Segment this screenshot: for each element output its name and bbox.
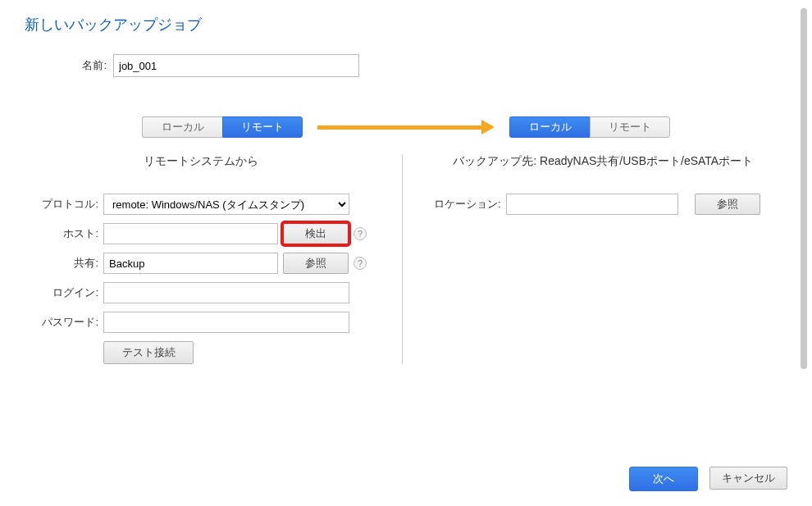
- name-row: 名前:: [74, 54, 787, 77]
- source-heading: リモートシステムから: [25, 154, 377, 169]
- host-row: ホスト: 検出 ?: [25, 223, 377, 244]
- help-icon[interactable]: ?: [354, 257, 367, 270]
- backup-job-dialog: 新しいバックアップジョブ 名前: ローカル リモート ローカル リモート リモー…: [0, 0, 812, 506]
- dest-heading: バックアップ先: ReadyNAS共有/USBポート/eSATAポート: [427, 154, 780, 169]
- protocol-row: プロトコル: remote: Windows/NAS (タイムスタンプ): [25, 194, 377, 215]
- browse-share-button[interactable]: 参照: [283, 253, 349, 274]
- browse-location-button[interactable]: 参照: [695, 194, 760, 215]
- login-label: ログイン:: [25, 285, 98, 300]
- next-button[interactable]: 次へ: [629, 467, 698, 491]
- source-local-tab[interactable]: ローカル: [142, 116, 222, 138]
- dialog-title: 新しいバックアップジョブ: [25, 15, 787, 34]
- footer: 次へ キャンセル: [629, 467, 787, 491]
- share-label: 共有:: [25, 256, 98, 271]
- dest-remote-tab[interactable]: リモート: [590, 116, 670, 138]
- source-remote-tab[interactable]: リモート: [222, 116, 303, 138]
- login-row: ログイン:: [25, 282, 377, 303]
- test-connection-row: テスト接続: [103, 341, 377, 364]
- source-column: リモートシステムから プロトコル: remote: Windows/NAS (タ…: [25, 154, 403, 364]
- dest-local-tab[interactable]: ローカル: [509, 116, 590, 138]
- columns: リモートシステムから プロトコル: remote: Windows/NAS (タ…: [25, 154, 787, 364]
- login-input[interactable]: [103, 282, 349, 303]
- source-segment: ローカル リモート: [142, 116, 303, 138]
- scrollbar[interactable]: [801, 8, 807, 369]
- location-row: ロケーション: 参照: [427, 194, 780, 215]
- location-label: ロケーション:: [427, 197, 501, 212]
- dest-column: バックアップ先: ReadyNAS共有/USBポート/eSATAポート ロケーシ…: [403, 154, 788, 364]
- password-label: パスワード:: [25, 315, 98, 330]
- detect-button[interactable]: 検出: [283, 223, 349, 244]
- share-input[interactable]: [103, 253, 278, 274]
- dest-segment: ローカル リモート: [509, 116, 670, 138]
- source-dest-segment-row: ローカル リモート ローカル リモート: [25, 116, 787, 138]
- protocol-label: プロトコル:: [25, 197, 98, 212]
- protocol-select[interactable]: remote: Windows/NAS (タイムスタンプ): [103, 194, 349, 215]
- name-label: 名前:: [74, 58, 107, 73]
- host-label: ホスト:: [25, 226, 98, 241]
- location-input[interactable]: [506, 194, 678, 215]
- password-input[interactable]: [103, 312, 349, 333]
- arrow-icon: [317, 120, 495, 134]
- name-input[interactable]: [113, 54, 359, 77]
- host-input[interactable]: [103, 223, 278, 244]
- password-row: パスワード:: [25, 312, 377, 333]
- test-connection-button[interactable]: テスト接続: [103, 341, 194, 364]
- help-icon[interactable]: ?: [354, 227, 367, 240]
- share-row: 共有: 参照 ?: [25, 253, 377, 274]
- cancel-button[interactable]: キャンセル: [709, 467, 787, 490]
